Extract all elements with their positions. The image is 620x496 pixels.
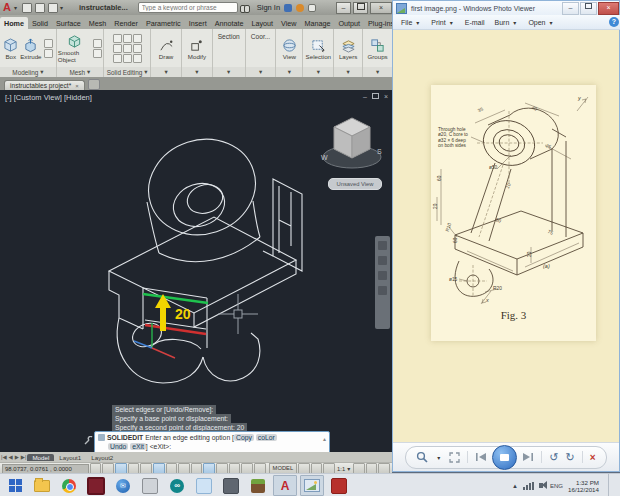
taskbar-sticky-notes[interactable] bbox=[192, 475, 216, 496]
coordinates-display[interactable]: 98.0737, 0.0761 , 0.0000 bbox=[2, 464, 89, 474]
volume-icon[interactable] bbox=[539, 483, 543, 488]
tab-layout[interactable]: Layout bbox=[247, 17, 277, 29]
full-navigation-wheel-icon[interactable] bbox=[378, 241, 387, 250]
panel-section-footer[interactable]: ▾ bbox=[213, 67, 245, 77]
clean-screen-icon[interactable] bbox=[378, 463, 390, 473]
panel-modeling-footer[interactable]: Modeling▾ bbox=[0, 67, 56, 77]
restore-button[interactable] bbox=[353, 2, 368, 14]
taskbar-minecraft[interactable] bbox=[246, 475, 270, 496]
taskbar-arduino[interactable]: ∞ bbox=[165, 475, 189, 496]
viewcube-west-label[interactable]: W bbox=[321, 154, 328, 161]
draw-button[interactable]: Draw bbox=[159, 38, 174, 60]
autocad-logo-icon[interactable]: A bbox=[3, 2, 11, 13]
tab-manage[interactable]: Manage bbox=[300, 17, 334, 29]
delete-icon[interactable]: × bbox=[590, 452, 596, 463]
annotation-visibility-icon[interactable] bbox=[323, 463, 335, 473]
menu-burn[interactable]: Burn▾ bbox=[495, 19, 519, 26]
panel-draw-footer[interactable]: ▾ bbox=[151, 67, 181, 77]
toggle-dynamic-ucs[interactable] bbox=[191, 463, 203, 473]
taper-face-icon[interactable] bbox=[123, 44, 132, 53]
panel-modify-footer[interactable]: ▾ bbox=[182, 67, 212, 77]
union-icon[interactable] bbox=[113, 34, 122, 43]
tab-solid[interactable]: Solid bbox=[28, 17, 52, 29]
annotation-scale[interactable]: 1:1 bbox=[337, 466, 345, 472]
interfere-icon[interactable] bbox=[133, 54, 142, 63]
thicken-icon[interactable] bbox=[123, 54, 132, 63]
viewcube[interactable]: W S bbox=[320, 108, 384, 180]
zoom-icon[interactable] bbox=[416, 451, 428, 463]
show-desktop-button[interactable] bbox=[608, 474, 614, 496]
taskbar-calculator[interactable] bbox=[219, 475, 243, 496]
close-button[interactable]: × bbox=[370, 2, 392, 14]
model-viewport[interactable]: 20 [-] [Custom View] [Hidden] – × W S Un… bbox=[0, 90, 392, 452]
lock-icon[interactable] bbox=[366, 463, 378, 473]
toggle-grid[interactable] bbox=[115, 463, 127, 473]
intersect-icon[interactable] bbox=[133, 34, 142, 43]
box-button[interactable]: Box bbox=[3, 38, 18, 60]
smooth-object-button[interactable]: Smooth Object bbox=[58, 34, 91, 63]
modify-button[interactable]: Modify bbox=[188, 38, 206, 60]
tab-surface[interactable]: Surface bbox=[52, 17, 85, 29]
slideshow-button[interactable] bbox=[492, 445, 517, 470]
subtract-icon[interactable] bbox=[123, 34, 132, 43]
panel-mesh-footer[interactable]: Mesh▾ bbox=[57, 67, 103, 77]
file-tab[interactable]: instructables project* × bbox=[4, 80, 85, 90]
tab-annotate[interactable]: Annotate bbox=[211, 17, 248, 29]
toggle-3d-osnap[interactable] bbox=[166, 463, 178, 473]
qat-new-icon[interactable] bbox=[22, 3, 32, 13]
quick-view-layouts-icon[interactable] bbox=[311, 463, 323, 473]
model-space-button[interactable]: MODEL bbox=[269, 463, 298, 473]
exchange-apps-icon[interactable] bbox=[296, 4, 304, 12]
view-button[interactable]: View bbox=[282, 38, 297, 60]
panel-layers-footer[interactable]: ▾ bbox=[334, 67, 362, 77]
language-indicator[interactable]: ENG bbox=[550, 483, 563, 489]
show-hidden-icons[interactable]: ▲ bbox=[512, 483, 518, 489]
viewcube-wcs-menu[interactable]: Unsaved View bbox=[328, 178, 382, 190]
viewport-restore-icon[interactable] bbox=[372, 93, 379, 100]
tab-model[interactable]: Model bbox=[27, 454, 54, 461]
toggle-snap[interactable] bbox=[102, 463, 114, 473]
viewport-menu-control[interactable]: [-] bbox=[5, 93, 12, 102]
recent-commands-icon[interactable]: ▴ bbox=[323, 435, 326, 444]
panel-solid-editing-footer[interactable]: Solid Editing▾ bbox=[104, 67, 150, 77]
command-customize-icon[interactable] bbox=[84, 436, 93, 445]
command-line[interactable]: SOLIDEDIT Enter an edge editing option [… bbox=[94, 431, 330, 452]
help-shield-icon[interactable] bbox=[308, 4, 316, 12]
file-tab-close-icon[interactable]: × bbox=[75, 83, 79, 89]
clock[interactable]: 1:32 PM 16/12/2014 bbox=[568, 479, 599, 493]
quick-view-drawings-icon[interactable] bbox=[298, 463, 310, 473]
pan-icon[interactable] bbox=[378, 256, 387, 265]
tab-layout2[interactable]: Layout2 bbox=[86, 454, 118, 461]
help-icon[interactable]: ? bbox=[609, 17, 619, 27]
groups-button[interactable]: Groups bbox=[367, 38, 387, 60]
panel-selection-footer[interactable]: ▾ bbox=[303, 67, 333, 77]
visual-style-control[interactable]: [Hidden] bbox=[64, 93, 92, 102]
section-panel-label[interactable]: Section bbox=[213, 29, 245, 40]
taskbar-photo-viewer[interactable] bbox=[300, 475, 324, 496]
app-menu-caret-icon[interactable]: ▾ bbox=[14, 4, 17, 11]
sign-in-link[interactable]: Sign In bbox=[257, 3, 280, 12]
panel-coordinates-footer[interactable]: ▾ bbox=[246, 67, 276, 77]
view-control[interactable]: [Custom View] bbox=[14, 93, 62, 102]
polysolid-icon[interactable] bbox=[44, 39, 53, 48]
rotate-counterclockwise-icon[interactable]: ↺ bbox=[549, 452, 558, 463]
navigation-bar[interactable] bbox=[375, 236, 390, 329]
shell-icon[interactable] bbox=[133, 44, 142, 53]
toggle-polar[interactable] bbox=[140, 463, 152, 473]
tab-home[interactable]: Home bbox=[0, 17, 28, 29]
tab-view[interactable]: View bbox=[277, 17, 300, 29]
a360-icon[interactable] bbox=[284, 4, 292, 12]
toggle-dynamic-input[interactable] bbox=[203, 463, 215, 473]
taskbar-autocad[interactable]: A bbox=[273, 475, 297, 496]
zoom-caret-icon[interactable]: ▾ bbox=[437, 454, 440, 461]
menu-file[interactable]: File▾ bbox=[401, 19, 421, 26]
tab-layout1[interactable]: Layout1 bbox=[54, 454, 86, 461]
toggle-osnap[interactable] bbox=[153, 463, 165, 473]
scale-caret-icon[interactable]: ▾ bbox=[347, 465, 350, 472]
taskbar-thunderbird[interactable]: ✉ bbox=[111, 475, 135, 496]
toggle-selection-cycling[interactable] bbox=[254, 463, 266, 473]
search-input[interactable] bbox=[138, 2, 238, 13]
pv-minimize-button[interactable]: – bbox=[562, 2, 579, 15]
minimize-button[interactable]: – bbox=[336, 2, 351, 14]
toggle-transparency[interactable] bbox=[229, 463, 241, 473]
